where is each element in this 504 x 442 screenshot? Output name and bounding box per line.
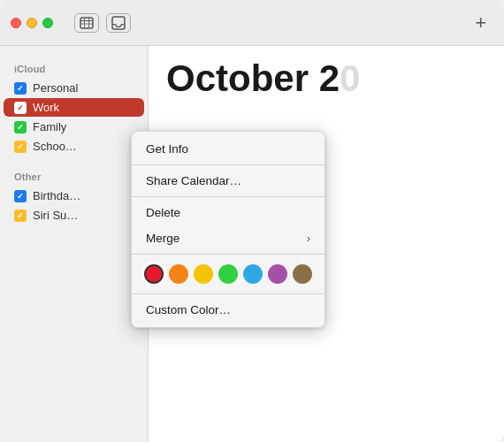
share-calendar-label: Share Calendar… bbox=[146, 174, 241, 187]
inbox-icon[interactable] bbox=[106, 13, 131, 33]
context-menu-get-info[interactable]: Get Info bbox=[132, 136, 325, 162]
sidebar-item-family[interactable]: Family bbox=[4, 118, 144, 136]
context-menu-merge[interactable]: Merge › bbox=[132, 225, 325, 251]
merge-label: Merge bbox=[146, 232, 179, 245]
sidebar-item-work[interactable]: Work bbox=[4, 98, 144, 117]
color-swatch-red[interactable] bbox=[144, 264, 164, 284]
work-label: Work bbox=[33, 101, 59, 114]
sidebar-item-personal[interactable]: Personal bbox=[4, 79, 144, 97]
color-swatch-green[interactable] bbox=[218, 264, 238, 284]
sidebar-item-siri[interactable]: Siri Su… bbox=[4, 206, 144, 225]
sidebar-item-school[interactable]: Schoo… bbox=[4, 137, 144, 156]
custom-color-label: Custom Color… bbox=[146, 303, 231, 316]
color-swatches bbox=[132, 257, 325, 291]
context-menu: Get Info Share Calendar… Delete Merge › bbox=[131, 131, 325, 328]
calendar-grid-svg bbox=[80, 16, 94, 30]
birthdays-label: Birthda… bbox=[33, 189, 80, 202]
close-button[interactable] bbox=[11, 18, 21, 28]
separator-4 bbox=[132, 293, 325, 294]
title-bar: + bbox=[0, 0, 504, 46]
separator-3 bbox=[132, 254, 325, 255]
get-info-label: Get Info bbox=[146, 142, 188, 156]
siri-checkbox[interactable] bbox=[14, 210, 27, 222]
separator-2 bbox=[132, 196, 325, 197]
add-button[interactable]: + bbox=[468, 13, 493, 33]
minimize-button[interactable] bbox=[27, 18, 37, 28]
personal-label: Personal bbox=[33, 81, 78, 95]
siri-label: Siri Su… bbox=[33, 209, 78, 222]
merge-chevron-icon: › bbox=[307, 232, 310, 245]
color-swatch-yellow[interactable] bbox=[194, 264, 213, 284]
family-label: Family bbox=[33, 120, 66, 133]
school-label: Schoo… bbox=[33, 140, 77, 153]
app-window: + iCloud Personal Work Family bbox=[0, 0, 504, 442]
sidebar-item-birthdays[interactable]: Birthda… bbox=[4, 187, 144, 205]
context-menu-delete[interactable]: Delete bbox=[132, 200, 325, 225]
traffic-lights bbox=[11, 18, 53, 28]
context-menu-share-calendar[interactable]: Share Calendar… bbox=[132, 168, 325, 194]
sidebar: iCloud Personal Work Family Schoo… Ot bbox=[0, 46, 149, 442]
family-checkbox[interactable] bbox=[14, 121, 27, 133]
toolbar-icons bbox=[74, 13, 131, 33]
color-swatch-orange[interactable] bbox=[169, 264, 188, 284]
birthdays-checkbox[interactable] bbox=[14, 190, 27, 202]
color-swatch-brown[interactable] bbox=[293, 264, 312, 284]
personal-checkbox[interactable] bbox=[14, 82, 27, 95]
inbox-svg bbox=[111, 16, 126, 30]
school-checkbox[interactable] bbox=[14, 141, 27, 153]
context-menu-custom-color[interactable]: Custom Color… bbox=[132, 297, 325, 323]
work-checkbox[interactable] bbox=[14, 102, 27, 114]
calendar-title: October 20 bbox=[166, 60, 486, 97]
svg-rect-0 bbox=[80, 18, 93, 28]
calendar-grid-icon[interactable] bbox=[74, 13, 99, 33]
color-swatch-purple[interactable] bbox=[268, 264, 287, 284]
separator-1 bbox=[132, 164, 325, 165]
color-swatch-blue[interactable] bbox=[243, 264, 263, 284]
maximize-button[interactable] bbox=[42, 18, 53, 28]
other-section-label: Other bbox=[0, 164, 148, 186]
icloud-section-label: iCloud bbox=[0, 57, 148, 78]
delete-label: Delete bbox=[146, 206, 180, 219]
